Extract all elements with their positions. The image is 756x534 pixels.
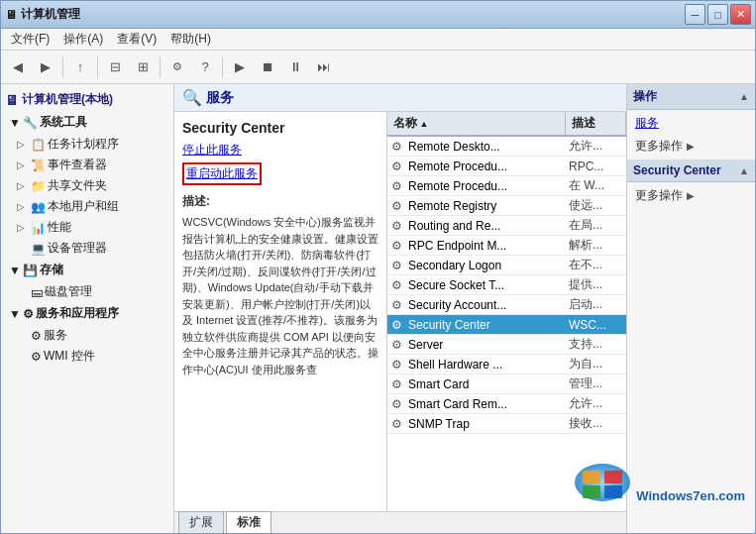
device-manager-label: 设备管理器 (48, 240, 107, 257)
actions-item-more-2[interactable]: 更多操作 ▶ (627, 184, 755, 207)
close-button[interactable]: ✕ (730, 4, 751, 25)
actions-header-1-label: 操作 (633, 88, 657, 105)
list-item[interactable]: ⚙Server支持... (387, 335, 626, 355)
sidebar-section-system[interactable]: ▼ 🔧 系统工具 (1, 111, 173, 134)
perf-icon: 📊 (31, 221, 46, 235)
col-desc[interactable]: 描述 (566, 112, 626, 135)
sidebar-item-wmi[interactable]: ⚙ WMI 控件 (1, 346, 173, 367)
list-item[interactable]: ⚙Remote Procedu...在 W... (387, 176, 626, 196)
sidebar-section-services[interactable]: ▼ ⚙ 服务和应用程序 (1, 302, 173, 325)
col-name[interactable]: 名称 (387, 112, 566, 135)
service-row-desc: 使远... (566, 196, 626, 215)
menu-view[interactable]: 查看(V) (111, 29, 162, 50)
sidebar-item-shared-folders[interactable]: ▷ 📁 共享文件夹 (1, 175, 173, 196)
list-item[interactable]: ⚙RPC Endpoint M...解析... (387, 236, 626, 256)
svg-rect-4 (604, 485, 622, 498)
forward-button[interactable]: ▶ (33, 54, 58, 80)
list-item[interactable]: ⚙Smart Card管理... (387, 374, 626, 394)
services-icon: ⚙ (23, 307, 34, 321)
list-item[interactable]: ⚙SNMP Trap接收... (387, 414, 626, 434)
sidebar-root[interactable]: 🖥 计算机管理(本地) (1, 88, 173, 111)
list-item[interactable]: ⚙Remote Registry使远... (387, 196, 626, 216)
service-row-name: RPC Endpoint M... (405, 238, 566, 254)
sidebar-item-device-manager[interactable]: 💻 设备管理器 (1, 238, 173, 259)
menu-action[interactable]: 操作(A) (57, 29, 109, 50)
service-row-icon: ⚙ (387, 140, 405, 154)
description-pane: Security Center 停止此服务 重启动此服务 描述: WCSVC(W… (174, 112, 387, 511)
service-row-name: Remote Procedu... (405, 159, 566, 174)
services-list-pane: 名称 描述 ⚙Remote Deskto...允许...⚙Remote Proc… (387, 112, 626, 511)
menu-help[interactable]: 帮助(H) (164, 29, 217, 50)
task-icon: 📋 (31, 138, 46, 152)
menu-file[interactable]: 文件(F) (5, 29, 55, 50)
service-row-name: Security Center (405, 317, 566, 333)
actions-item-more-1[interactable]: 更多操作 ▶ (627, 135, 755, 158)
service-row-icon: ⚙ (387, 417, 405, 431)
sidebar-item-event-viewer[interactable]: ▷ 📜 事件查看器 (1, 155, 173, 175)
list-item[interactable]: ⚙Smart Card Rem...允许... (387, 394, 626, 414)
back-button[interactable]: ◀ (5, 54, 31, 80)
sidebar-section-storage[interactable]: ▼ 💾 存储 (1, 259, 173, 281)
svg-rect-1 (583, 471, 600, 483)
list-item[interactable]: ⚙Remote Deskto...允许... (387, 137, 626, 157)
start-service-button[interactable]: ▶ (227, 54, 253, 80)
service-row-desc: RPC... (566, 159, 626, 174)
maximize-button[interactable]: □ (707, 4, 728, 25)
sidebar-item-task-scheduler[interactable]: ▷ 📋 任务计划程序 (1, 134, 173, 155)
minimize-button[interactable]: ─ (685, 4, 705, 25)
tab-standard[interactable]: 标准 (226, 511, 271, 533)
service-row-desc: 启动... (566, 295, 626, 314)
list-item[interactable]: ⚙Secondary Logon在不... (387, 256, 626, 275)
actions-section-1: 操作 ▲ 服务 更多操作 ▶ (627, 84, 755, 160)
description-text: WCSVC(Windows 安全中心)服务监视并报告计算机上的安全健康设置。健康… (182, 214, 378, 377)
stop-service-link[interactable]: 停止此服务 (182, 142, 378, 159)
actions-section-header-1: 操作 ▲ (627, 84, 755, 110)
list-item[interactable]: ⚙Remote Procedu...RPC... (387, 157, 626, 176)
service-row-icon: ⚙ (387, 358, 405, 372)
sidebar-section-storage-label: 存储 (40, 262, 63, 278)
properties-button[interactable]: ⚙ (164, 54, 190, 80)
title-bar: 🖥 计算机管理 ─ □ ✕ (1, 1, 755, 29)
tab-extended[interactable]: 扩展 (178, 511, 224, 533)
restart-service-button[interactable]: 重启动此服务 (182, 162, 262, 185)
sidebar-item-disk-management[interactable]: 🖴 磁盘管理 (1, 281, 173, 302)
list-item[interactable]: ⚙Secure Socket T...提供... (387, 275, 626, 295)
services-header: 🔍 服务 (174, 84, 626, 112)
help-button[interactable]: ? (192, 54, 218, 80)
window-controls: ─ □ ✕ (685, 4, 751, 25)
restart-service-button[interactable]: ⏭ (310, 54, 336, 80)
list-item[interactable]: ⚙Routing and Re...在局... (387, 216, 626, 236)
sidebar-root-label: 计算机管理(本地) (22, 91, 113, 108)
show-hide-tree-button[interactable]: ⊟ (102, 54, 128, 80)
services-list-body: ⚙Remote Deskto...允许...⚙Remote Procedu...… (387, 137, 626, 511)
actions-item-services[interactable]: 服务 (627, 112, 755, 135)
sidebar-item-performance[interactable]: ▷ 📊 性能 (1, 217, 173, 238)
service-row-desc: 允许... (566, 394, 626, 413)
search-icon: 🔍 (182, 88, 202, 107)
local-users-label: 本地用户和组 (48, 198, 119, 215)
service-row-icon: ⚙ (387, 338, 405, 352)
toolbar-sep-2 (97, 56, 98, 78)
sidebar-item-services[interactable]: ⚙ 服务 (1, 325, 173, 346)
service-row-desc: 允许... (566, 137, 626, 156)
list-item[interactable]: ⚙Shell Hardware ...为自... (387, 355, 626, 374)
services-label: 服务 (44, 327, 67, 344)
list-item[interactable]: ⚙Security Account...启动... (387, 295, 626, 315)
toolbar-sep-3 (160, 56, 161, 78)
expand-button[interactable]: ⊞ (130, 54, 156, 80)
sidebar-section-services-label: 服务和应用程序 (36, 305, 119, 322)
users-icon: 👥 (31, 200, 46, 214)
actions-more-2-label: 更多操作 (635, 187, 683, 204)
service-row-name: Secondary Logon (405, 258, 566, 273)
service-row-icon: ⚙ (387, 239, 405, 253)
pause-service-button[interactable]: ⏸ (282, 54, 308, 80)
actions-more-arrow-icon: ▶ (687, 141, 695, 152)
up-button[interactable]: ↑ (67, 54, 93, 80)
description-label: 描述: (182, 193, 378, 210)
sidebar-item-local-users[interactable]: ▷ 👥 本地用户和组 (1, 196, 173, 217)
storage-icon: 💾 (23, 264, 38, 277)
stop-service-button[interactable]: ⏹ (255, 54, 280, 80)
list-item[interactable]: ⚙Security CenterWSC... (387, 315, 626, 335)
service-row-desc: 接收... (566, 414, 626, 433)
service-row-name: Server (405, 337, 566, 353)
